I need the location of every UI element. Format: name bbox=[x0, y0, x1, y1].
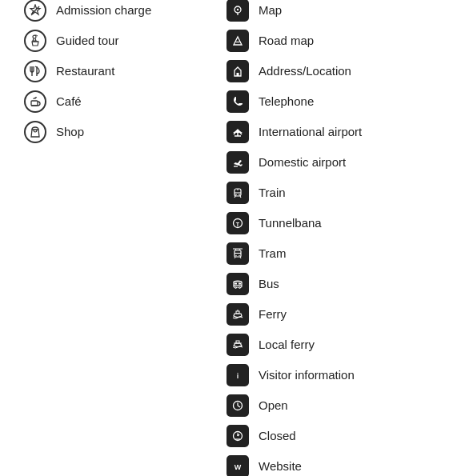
telephone-icon bbox=[226, 90, 249, 113]
ferry-icon bbox=[226, 303, 249, 326]
svg-text:W: W bbox=[235, 462, 242, 470]
website-icon: W bbox=[226, 455, 249, 477]
visitor-info-icon: i bbox=[226, 364, 249, 386]
map-label: Map bbox=[259, 3, 282, 17]
list-item: Road map bbox=[226, 26, 429, 56]
list-item: Tram bbox=[226, 238, 429, 269]
svg-rect-39 bbox=[236, 311, 239, 314]
list-item: Train bbox=[226, 178, 429, 208]
list-item: Ferry bbox=[226, 299, 429, 330]
tunnelbana-icon: T bbox=[226, 212, 249, 234]
svg-rect-41 bbox=[236, 341, 239, 343]
restaurant-icon bbox=[24, 60, 46, 82]
open-icon bbox=[226, 394, 249, 417]
bus-icon bbox=[226, 273, 249, 295]
closed-icon bbox=[226, 425, 249, 447]
open-label: Open bbox=[259, 398, 288, 412]
list-item: Closed bbox=[226, 421, 429, 451]
list-item: Telephone bbox=[226, 86, 429, 117]
list-item: Map bbox=[226, 0, 429, 26]
guided-tour-label: Guided tour bbox=[56, 34, 118, 47]
dom-airport-label: Domestic airport bbox=[259, 155, 346, 169]
left-column: Admission charge Guided tour bbox=[24, 0, 226, 476]
svg-rect-4 bbox=[31, 101, 38, 106]
road-map-label: Road map bbox=[259, 34, 314, 47]
visitor-info-label: Visitor information bbox=[259, 368, 355, 382]
train-label: Train bbox=[259, 186, 286, 199]
list-item: International airport bbox=[226, 117, 429, 147]
website-label: Website bbox=[259, 459, 302, 473]
svg-point-18 bbox=[239, 194, 240, 195]
intl-airport-icon bbox=[226, 121, 249, 143]
address-label: Address/Location bbox=[259, 64, 351, 78]
list-item: Bus bbox=[226, 269, 429, 299]
list-item: Café bbox=[24, 86, 226, 117]
dom-airport-icon bbox=[226, 151, 249, 174]
legend-container: Admission charge Guided tour bbox=[0, 0, 453, 476]
svg-text:T: T bbox=[236, 221, 240, 226]
list-item: Open bbox=[226, 390, 429, 421]
svg-line-21 bbox=[240, 196, 241, 198]
shop-label: Shop bbox=[56, 125, 84, 138]
list-item: T Tunnelbana bbox=[226, 208, 429, 238]
telephone-label: Telephone bbox=[259, 94, 314, 108]
svg-line-46 bbox=[238, 406, 240, 407]
train-icon bbox=[226, 182, 249, 204]
tram-label: Tram bbox=[259, 246, 286, 260]
tunnelbana-label: Tunnelbana bbox=[259, 216, 322, 230]
svg-point-7 bbox=[237, 8, 239, 10]
admission-charge-label: Admission charge bbox=[56, 3, 151, 17]
svg-point-28 bbox=[235, 254, 236, 255]
road-map-icon bbox=[226, 30, 249, 52]
cafe-label: Café bbox=[56, 94, 82, 108]
closed-label: Closed bbox=[259, 429, 296, 442]
intl-airport-label: International airport bbox=[259, 125, 362, 138]
ferry-label: Ferry bbox=[259, 307, 287, 321]
list-item: Guided tour bbox=[24, 26, 226, 56]
svg-text:i: i bbox=[237, 371, 239, 379]
admission-charge-icon bbox=[24, 0, 46, 22]
svg-line-20 bbox=[235, 196, 235, 198]
list-item: Domestic airport bbox=[226, 147, 429, 178]
shop-icon bbox=[24, 121, 46, 143]
cafe-icon bbox=[24, 90, 46, 113]
svg-rect-11 bbox=[237, 73, 239, 76]
guided-tour-icon bbox=[24, 30, 46, 52]
bus-label: Bus bbox=[259, 277, 279, 290]
local-ferry-label: Local ferry bbox=[259, 338, 315, 351]
map-icon bbox=[226, 0, 249, 22]
tram-icon bbox=[226, 242, 249, 265]
list-item: Local ferry bbox=[226, 330, 429, 360]
svg-point-17 bbox=[235, 194, 237, 195]
svg-point-29 bbox=[239, 254, 239, 255]
svg-rect-35 bbox=[239, 282, 241, 284]
list-item: W Website bbox=[226, 451, 429, 477]
restaurant-label: Restaurant bbox=[56, 64, 114, 78]
list-item: i Visitor information bbox=[226, 360, 429, 390]
list-item: Restaurant bbox=[24, 56, 226, 86]
right-column: Map Road map Address/Location bbox=[226, 0, 429, 476]
address-icon bbox=[226, 60, 249, 82]
svg-rect-34 bbox=[235, 282, 237, 284]
list-item: Shop bbox=[24, 117, 226, 147]
list-item: Address/Location bbox=[226, 56, 429, 86]
list-item: Admission charge bbox=[24, 0, 226, 26]
local-ferry-icon bbox=[226, 334, 249, 356]
